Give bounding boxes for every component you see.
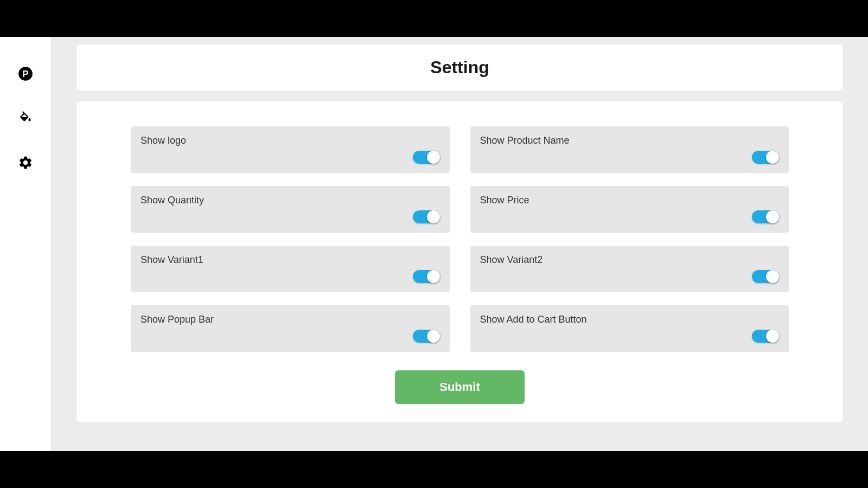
toggle-knob — [427, 151, 440, 164]
setting-show-product-name: Show Product Name — [470, 126, 789, 173]
toggle-knob — [766, 330, 779, 343]
toggle-show-add-to-cart[interactable] — [752, 330, 779, 343]
setting-show-add-to-cart: Show Add to Cart Button — [470, 305, 789, 352]
setting-show-quantity: Show Quantity — [131, 186, 450, 233]
setting-label: Show Quantity — [141, 195, 440, 206]
toggle-show-product-name[interactable] — [752, 151, 779, 164]
setting-label: Show Price — [480, 195, 780, 206]
setting-label: Show Variant2 — [480, 254, 780, 266]
sidebar-item-fill[interactable] — [17, 111, 34, 127]
setting-label: Show Product Name — [480, 135, 780, 146]
gear-icon — [18, 155, 33, 172]
setting-show-variant1: Show Variant1 — [131, 246, 450, 292]
settings-grid: Show logo Show Product Name Show Quantit… — [131, 126, 789, 352]
toggle-show-quantity[interactable] — [413, 210, 440, 223]
header-card: Setting — [76, 44, 843, 91]
page-title: Setting — [90, 57, 830, 78]
svg-text:P: P — [23, 69, 29, 79]
app-container: P Setting Show logo — [0, 37, 868, 451]
top-black-bar — [0, 0, 868, 37]
sidebar-item-settings[interactable] — [17, 156, 34, 172]
sidebar: P — [0, 37, 52, 451]
p-circle-icon: P — [18, 66, 33, 84]
toggle-show-logo[interactable] — [413, 151, 440, 164]
sidebar-item-p[interactable]: P — [17, 67, 34, 83]
bottom-black-bar — [0, 451, 868, 488]
submit-row: Submit — [131, 370, 789, 404]
submit-button[interactable]: Submit — [395, 370, 525, 404]
toggle-show-popup-bar[interactable] — [413, 330, 440, 343]
setting-label: Show Add to Cart Button — [480, 314, 780, 325]
toggle-knob — [427, 270, 440, 283]
setting-show-variant2: Show Variant2 — [470, 246, 789, 292]
setting-label: Show Popup Bar — [141, 314, 440, 325]
setting-label: Show logo — [141, 135, 440, 146]
toggle-show-variant1[interactable] — [413, 270, 440, 283]
setting-show-logo: Show logo — [131, 126, 450, 173]
toggle-knob — [766, 210, 779, 223]
setting-show-popup-bar: Show Popup Bar — [131, 305, 450, 352]
fill-icon — [18, 111, 33, 127]
main-content: Setting Show logo Show Product Name Sh — [52, 37, 868, 451]
setting-show-price: Show Price — [470, 186, 789, 233]
toggle-show-variant2[interactable] — [752, 270, 779, 283]
toggle-show-price[interactable] — [752, 210, 779, 223]
settings-card: Show logo Show Product Name Show Quantit… — [76, 101, 843, 422]
toggle-knob — [766, 151, 779, 164]
toggle-knob — [427, 330, 440, 343]
toggle-knob — [427, 210, 440, 223]
setting-label: Show Variant1 — [141, 254, 440, 266]
toggle-knob — [766, 270, 779, 283]
